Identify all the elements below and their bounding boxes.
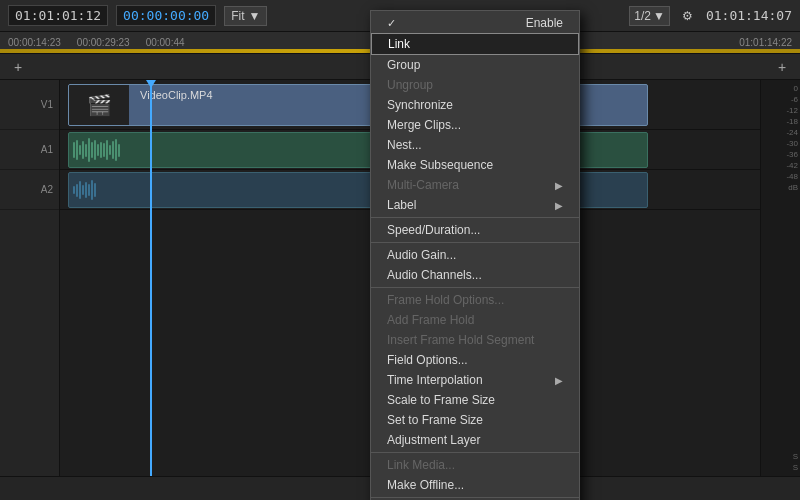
menu-item-make-subsequence[interactable]: Make Subsequence [371, 155, 579, 175]
waveform-bar [82, 185, 84, 195]
waveform-bar [91, 142, 93, 158]
menu-item-audio-gain[interactable]: Audio Gain... [371, 245, 579, 265]
waveform-bar [106, 140, 108, 161]
add-track-button[interactable]: + [8, 57, 28, 77]
vu-label-36: -36 [786, 150, 798, 159]
waveform-bar [76, 140, 78, 161]
playhead-triangle [146, 80, 156, 88]
menu-item-make-offline[interactable]: Make Offline... [371, 475, 579, 495]
vu-label-18: -18 [786, 117, 798, 126]
menu-item-group[interactable]: Group [371, 55, 579, 75]
clip-thumbnail: 🎬 [69, 85, 129, 125]
waveform-bar [118, 144, 120, 157]
menu-item-label[interactable]: Label ▶ [371, 195, 579, 215]
track-label-a2: A2 [0, 170, 59, 210]
waveform-bar [115, 139, 117, 161]
menu-item-add-frame-hold: Add Frame Hold [371, 310, 579, 330]
menu-item-ungroup: Ungroup [371, 75, 579, 95]
submenu-arrow-icon: ▶ [555, 200, 563, 211]
waveform-bar [73, 142, 75, 158]
vu-label-12: -12 [786, 106, 798, 115]
menu-separator [371, 452, 579, 453]
waveform-bar [94, 183, 96, 197]
waveform-bar [91, 180, 93, 200]
vu-label-s1: S [793, 452, 798, 461]
menu-item-nest[interactable]: Nest... [371, 135, 579, 155]
menu-item-insert-frame-hold-segment: Insert Frame Hold Segment [371, 330, 579, 350]
waveform-bar [85, 144, 87, 157]
track-labels: V1 A1 A2 [0, 80, 60, 476]
waveform-bar [97, 144, 99, 156]
menu-item-frame-hold-options: Frame Hold Options... [371, 290, 579, 310]
vu-label-0: 0 [794, 84, 798, 93]
waveform-bar [88, 184, 90, 196]
ruler-time-1: 00:00:14:23 [8, 37, 61, 48]
menu-item-set-to-frame-size[interactable]: Set to Frame Size [371, 410, 579, 430]
menu-separator [371, 497, 579, 498]
waveform-bar [73, 186, 75, 194]
menu-item-speed-duration[interactable]: Speed/Duration... [371, 220, 579, 240]
track-label-v1: V1 [0, 80, 59, 130]
fraction-display[interactable]: 1/2 ▼ [629, 6, 670, 26]
waveform-bar [94, 140, 96, 160]
fit-dropdown[interactable]: Fit ▼ [224, 6, 267, 26]
wrench-icon[interactable]: ⚙ [678, 6, 698, 26]
waveform-bar [76, 184, 78, 197]
timecode-right: 01:01:14:07 [706, 8, 792, 23]
waveform-bar [100, 142, 102, 159]
clip-label: VideoClip.MP4 [134, 87, 219, 103]
chevron-down-icon: ▼ [653, 9, 665, 23]
submenu-arrow-icon: ▶ [555, 180, 563, 191]
waveform-bar [88, 138, 90, 161]
menu-item-adjustment-layer[interactable]: Adjustment Layer [371, 430, 579, 450]
vu-label-30: -30 [786, 139, 798, 148]
waveform-bar [85, 182, 87, 198]
menu-item-enable[interactable]: Enable [371, 13, 579, 33]
menu-item-link[interactable]: Link [371, 33, 579, 55]
vu-label-s2: S [793, 463, 798, 472]
vu-label-24: -24 [786, 128, 798, 137]
chevron-down-icon: ▼ [249, 9, 261, 23]
menu-item-scale-to-frame-size[interactable]: Scale to Frame Size [371, 390, 579, 410]
menu-item-merge-clips[interactable]: Merge Clips... [371, 115, 579, 135]
playhead [150, 80, 152, 476]
waveform-bar [112, 141, 114, 159]
waveform-bar [109, 145, 111, 154]
waveform-bar [79, 181, 81, 199]
waveform-bar [82, 141, 84, 159]
menu-item-audio-channels[interactable]: Audio Channels... [371, 265, 579, 285]
vu-label-48: -48 [786, 172, 798, 181]
ruler-time-3: 00:00:44 [146, 37, 185, 48]
menu-item-link-media: Link Media... [371, 455, 579, 475]
menu-item-time-interpolation[interactable]: Time Interpolation ▶ [371, 370, 579, 390]
submenu-arrow-icon: ▶ [555, 375, 563, 386]
timecode-center[interactable]: 00:00:00:00 [116, 5, 216, 26]
menu-item-field-options[interactable]: Field Options... [371, 350, 579, 370]
menu-separator [371, 217, 579, 218]
vu-label-6: -6 [791, 95, 798, 104]
track-label-a1: A1 [0, 130, 59, 170]
context-menu: Enable Link Group Ungroup Synchronize Me… [370, 10, 580, 500]
waveform-bar [79, 145, 81, 155]
add-right-button[interactable]: + [772, 57, 792, 77]
waveform-bar [103, 143, 105, 157]
vu-meter: 0 -6 -12 -18 -24 -30 -36 -42 -48 dB S S [760, 80, 800, 476]
ruler-time-4: 01:01:14:22 [739, 37, 792, 48]
timecode-left[interactable]: 01:01:01:12 [8, 5, 108, 26]
menu-separator [371, 242, 579, 243]
menu-separator [371, 287, 579, 288]
menu-item-synchronize[interactable]: Synchronize [371, 95, 579, 115]
vu-label-db: dB [788, 183, 798, 192]
menu-item-multi-camera: Multi-Camera ▶ [371, 175, 579, 195]
ruler-time-2: 00:00:29:23 [77, 37, 130, 48]
vu-label-42: -42 [786, 161, 798, 170]
